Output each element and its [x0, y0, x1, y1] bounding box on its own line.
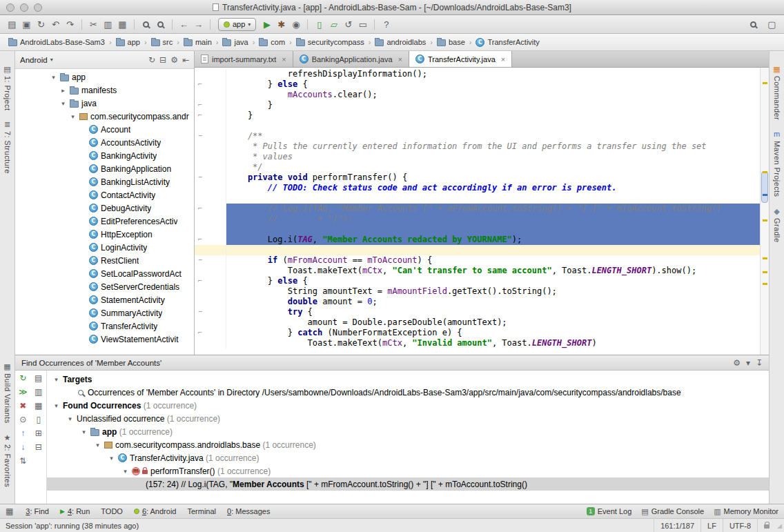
tab-import-summary-txt[interactable]: import-summary.txt× [195, 51, 293, 67]
dock-icon[interactable]: ↧ [756, 358, 763, 368]
breadcrumb-item-com[interactable]: com [257, 38, 286, 46]
sync-icon[interactable]: ↻ [148, 55, 155, 65]
editor-scrollbar[interactable] [760, 68, 769, 355]
collapse-all-icon[interactable]: ⊟ [159, 55, 166, 65]
code-line[interactable]: − if (mFromAccount == mToAccount) { [195, 255, 760, 266]
fold-marker-icon[interactable]: − [198, 173, 202, 182]
readonly-toggle[interactable] [757, 519, 776, 532]
tool-button-maven-projects[interactable]: mMaven Projects [773, 130, 781, 197]
tree-item-bankingactivity[interactable]: CBankingActivity [15, 149, 194, 162]
code-line[interactable] [195, 224, 760, 235]
collapse-all-icon[interactable]: ⊟ [35, 443, 42, 452]
close-tab-icon[interactable]: × [501, 55, 505, 63]
tree-item-summaryactivity[interactable]: CSummaryActivity [15, 306, 194, 319]
tree-item-httpexception[interactable]: CHttpException [15, 228, 194, 241]
stripe-mark[interactable] [763, 171, 767, 173]
breadcrumb-item-main[interactable]: main [182, 38, 213, 46]
tool-button-7-structure[interactable]: ≣7: Structure [3, 120, 12, 174]
statusbar-item-todo[interactable]: TODO [101, 507, 123, 515]
caret-position[interactable]: 161:1/187 [654, 519, 700, 532]
rerun-all-icon[interactable]: ≫ [19, 388, 28, 397]
find-icon[interactable] [143, 21, 149, 28]
back-icon[interactable]: ← [177, 18, 190, 31]
chevron-down-icon[interactable]: ▾ [746, 358, 750, 368]
fold-marker-icon[interactable]: − [198, 307, 202, 317]
open-icon[interactable]: ▤ [6, 18, 19, 31]
code-line[interactable]: ⌐ } else { [195, 79, 760, 90]
group-by-package-icon[interactable]: ▥ [35, 388, 42, 397]
tree-item-loginactivity[interactable]: CLoginActivity [15, 241, 194, 254]
tree-item-bankinglistactivity[interactable]: CBankingListActivity [15, 175, 194, 188]
paste-icon[interactable]: ▦ [116, 18, 129, 31]
preview-usages-icon[interactable]: ▯ [36, 415, 41, 424]
tree-toggle-icon[interactable]: ▾ [52, 402, 60, 409]
tree-item-bankingapplication[interactable]: CBankingApplication [15, 162, 194, 175]
tree-toggle-icon[interactable]: ▾ [59, 100, 67, 107]
code-line[interactable]: Toast.makeText(mCtx, "Invalid amount", T… [195, 338, 760, 348]
code-line[interactable]: − private void performTransfer() { [195, 173, 760, 183]
statusbar-item-0-messages[interactable]: 0: Messages [227, 507, 270, 515]
tree-toggle-icon[interactable]: ▾ [94, 442, 101, 449]
next-occurrence-icon[interactable]: ↓ [21, 443, 25, 452]
tree-item-transferactivity[interactable]: CTransferActivity [15, 319, 194, 333]
tree-item-debugactivity[interactable]: CDebugActivity [15, 201, 194, 215]
code-line[interactable]: mAccounts.clear(); [195, 90, 760, 100]
breadcrumb-item-src[interactable]: src [150, 38, 175, 46]
find-result-row[interactable]: ▾Unclassified occurrence (1 occurrence) [47, 412, 769, 425]
autoscroll-source-icon[interactable]: ⇅ [19, 457, 26, 466]
previous-occurrence-icon[interactable]: ↑ [21, 429, 25, 438]
scrollbar-thumb[interactable] [761, 171, 768, 203]
tool-button-build-variants[interactable]: ▦Build Variants [3, 362, 12, 424]
fold-marker-icon[interactable]: − [198, 131, 202, 141]
breadcrumb-item-base[interactable]: base [435, 38, 467, 46]
avd-manager-icon[interactable]: ▯ [313, 18, 326, 31]
code-line[interactable]: ⌐ // Log.i(TAG, "Member Accounts [" + mF… [195, 204, 760, 214]
tree-toggle-icon[interactable]: ▾ [108, 455, 115, 462]
code-line[interactable]: ⌐ } else { [195, 276, 760, 286]
redo-icon[interactable]: ↷ [63, 18, 77, 31]
sdk-manager-icon[interactable]: ▱ [327, 18, 340, 31]
fold-marker-icon[interactable]: ⌐ [198, 204, 202, 213]
fold-marker-icon[interactable]: ⌐ [198, 79, 202, 89]
coverage-icon[interactable]: ◉ [289, 18, 302, 31]
code-line[interactable]: * values [195, 152, 760, 162]
resize-grip[interactable]: ◢ [777, 522, 782, 529]
hide-panel-icon[interactable]: ⇤ [182, 55, 189, 65]
tree-item-setlocalpasswordact[interactable]: CSetLocalPasswordAct [15, 267, 194, 280]
forward-icon[interactable]: → [192, 18, 205, 31]
code-line[interactable]: − /** [195, 131, 760, 141]
code-line[interactable]: String amountText = mAmountField.getText… [195, 286, 760, 297]
stripe-mark[interactable] [763, 271, 767, 273]
fold-marker-icon[interactable]: ⌐ [198, 328, 202, 337]
find-result-row[interactable]: ▾mperformTransfer() (1 occurrence) [47, 464, 769, 477]
view-selector[interactable]: Android [20, 56, 48, 64]
editor-code[interactable]: refreshDisplayInformation();⌐ } else { m… [195, 68, 769, 355]
close-tab-icon[interactable]: × [282, 55, 286, 63]
debug-icon[interactable]: ✱ [275, 18, 288, 31]
undo-icon[interactable]: ↶ [49, 18, 62, 31]
code-line[interactable]: // TODO: Check status code and act accor… [195, 183, 760, 193]
tree-item-viewstatementactivit[interactable]: CViewStatementActivit [15, 333, 194, 346]
tool-button-1-project[interactable]: ▤1: Project [3, 65, 12, 110]
tree-toggle-icon[interactable]: ▾ [52, 376, 60, 383]
tree-item-statementactivity[interactable]: CStatementActivity [15, 293, 194, 306]
tree-item-setservercredentials[interactable]: CSetServerCredentials [15, 280, 194, 293]
breadcrumb-item-androidlabs-base-sam3[interactable]: AndroidLabs-Base-Sam3 [7, 38, 106, 46]
tree-item-account[interactable]: CAccount [15, 123, 194, 136]
tree-item-app[interactable]: ▾app [15, 70, 194, 83]
stripe-mark[interactable] [763, 283, 767, 285]
save-all-icon[interactable]: ▣ [20, 18, 33, 31]
code-line[interactable]: Toast.makeText(mCtx, "Can't transfer to … [195, 266, 760, 276]
close-find-icon[interactable]: ✖ [19, 402, 26, 411]
replace-icon[interactable] [157, 21, 164, 28]
breadcrumb-item-androidlabs[interactable]: androidlabs [373, 38, 427, 46]
tree-toggle-icon[interactable]: ▾ [121, 468, 129, 475]
code-line[interactable]: ⌐ } [195, 100, 760, 110]
code-line[interactable] [195, 193, 760, 204]
tree-toggle-icon[interactable]: ▾ [66, 415, 74, 422]
run-config-select[interactable]: app▾ [218, 18, 256, 31]
tab-bankingapplication-java[interactable]: CBankingApplication.java× [293, 51, 409, 67]
statusbar-item-memory-monitor[interactable]: ▥Memory Monitor [714, 507, 778, 516]
code-line[interactable] [195, 121, 760, 131]
tool-button-2-favorites[interactable]: ★2: Favorites [3, 433, 12, 487]
